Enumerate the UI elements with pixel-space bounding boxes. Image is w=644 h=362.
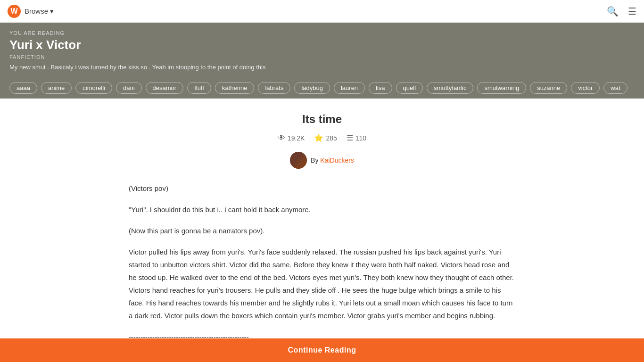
- browse-label: Browse: [25, 7, 48, 15]
- nav-left: W Browse ▾: [8, 5, 54, 18]
- chapter-body: (Victors pov)"Yuri". I shouldnt do this …: [129, 182, 515, 362]
- wattpad-logo[interactable]: W: [8, 5, 21, 18]
- tag-item[interactable]: desamor: [146, 82, 184, 94]
- tag-item[interactable]: katherine: [215, 82, 254, 94]
- tags-bar: aaaaanimecimorellidanidesamorfluffkather…: [9, 77, 635, 99]
- author-avatar[interactable]: [290, 152, 307, 169]
- browse-button[interactable]: Browse ▾: [25, 7, 54, 16]
- chapter-paragraph: Victor pulled his lips away from yuri's.…: [129, 246, 515, 322]
- author-row: By KaiDuckers: [129, 152, 515, 169]
- views-stat: 👁 19.2K: [278, 134, 305, 142]
- story-header: YOU ARE READING Yuri x Victor FANFICTION…: [0, 23, 644, 99]
- menu-icon[interactable]: ☰: [628, 6, 636, 17]
- chapter-container: Its time 👁 19.2K ⭐ 285 ☰ 110 By KaiDucke…: [119, 99, 525, 362]
- tag-item[interactable]: victor: [571, 82, 600, 94]
- story-description: My new smut . Basicaly i was turned by t…: [9, 64, 635, 71]
- votes-count: 285: [326, 134, 337, 142]
- tag-item[interactable]: fluff: [187, 82, 211, 94]
- top-navigation: W Browse ▾ 🔍 ☰: [0, 0, 644, 23]
- parts-stat: ☰ 110: [347, 133, 366, 142]
- tag-item[interactable]: lauren: [334, 82, 365, 94]
- tag-item[interactable]: cimorelli: [75, 82, 112, 94]
- story-genre: FANFICTION: [9, 54, 635, 60]
- nav-right: 🔍 ☰: [607, 6, 636, 17]
- chevron-down-icon: ▾: [50, 7, 54, 16]
- list-icon: ☰: [347, 133, 353, 142]
- tag-item[interactable]: anime: [41, 82, 72, 94]
- tag-item[interactable]: lisa: [369, 82, 392, 94]
- tag-item[interactable]: suzanne: [530, 82, 567, 94]
- tag-item[interactable]: smuttyfanfic: [427, 82, 473, 94]
- tag-item[interactable]: aaaa: [9, 82, 37, 94]
- star-icon: ⭐: [314, 133, 323, 142]
- votes-stat: ⭐ 285: [314, 133, 337, 142]
- search-icon[interactable]: 🔍: [607, 6, 619, 17]
- story-title: Yuri x Victor: [9, 38, 635, 52]
- you-are-reading-label: YOU ARE READING: [9, 30, 635, 36]
- eye-icon: 👁: [278, 134, 285, 142]
- parts-count: 110: [355, 134, 366, 142]
- continue-reading-button[interactable]: Continue Reading: [0, 338, 644, 362]
- avatar-image: [290, 152, 307, 169]
- author-name: By KaiDuckers: [311, 156, 354, 164]
- views-count: 19.2K: [288, 134, 305, 142]
- tag-item[interactable]: ladybug: [294, 82, 330, 94]
- tag-item[interactable]: labrats: [258, 82, 290, 94]
- chapter-paragraph: (Now this part is gonna be a narrators p…: [129, 224, 515, 237]
- chapter-stats: 👁 19.2K ⭐ 285 ☰ 110: [129, 133, 515, 142]
- chapter-title: Its time: [129, 113, 515, 126]
- logo-letter: W: [10, 7, 17, 16]
- tag-item[interactable]: smutwarning: [477, 82, 526, 94]
- chapter-paragraph: (Victors pov): [129, 182, 515, 195]
- tag-item[interactable]: wat: [603, 82, 627, 94]
- author-link[interactable]: KaiDuckers: [320, 156, 354, 164]
- tag-item[interactable]: dani: [116, 82, 142, 94]
- author-prefix: By: [311, 156, 318, 164]
- chapter-paragraph: "Yuri". I shouldnt do this but i.. i can…: [129, 203, 515, 216]
- tag-item[interactable]: quell: [396, 82, 423, 94]
